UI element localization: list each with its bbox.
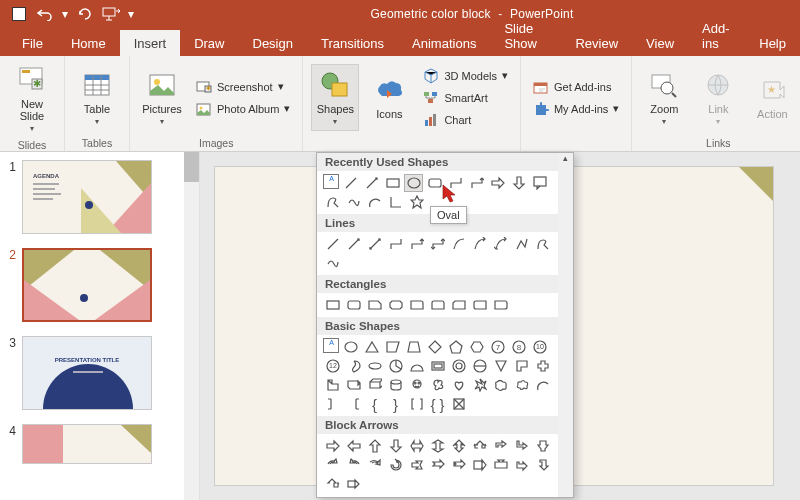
shape-item[interactable] [386,376,405,394]
shape-item[interactable] [407,235,426,253]
shape-item[interactable] [491,456,510,474]
tab-draw[interactable]: Draw [180,30,238,56]
shape-item[interactable] [470,376,489,394]
shape-item[interactable] [323,395,342,413]
shape-item[interactable] [341,338,360,356]
shape-item[interactable] [428,235,447,253]
get-addins-button[interactable]: Get Add-ins [529,77,623,97]
shape-l[interactable] [386,193,405,211]
shape-item[interactable] [407,395,426,413]
my-addins-button[interactable]: My Add-ins ▾ [529,99,623,119]
shape-callout[interactable] [530,174,549,192]
shape-item[interactable] [470,456,489,474]
shape-item[interactable] [407,376,426,394]
tab-insert[interactable]: Insert [120,30,181,56]
shape-item[interactable] [449,357,468,375]
shape-item[interactable] [533,456,552,474]
shape-item[interactable] [446,338,465,356]
shape-item[interactable] [512,376,531,394]
shape-item[interactable] [428,296,447,314]
chart-button[interactable]: Chart [419,110,512,130]
save-button[interactable] [8,3,30,25]
shape-item[interactable] [428,437,447,455]
shape-item[interactable] [407,357,426,375]
shape-item[interactable] [323,456,342,474]
shape-item[interactable] [323,235,342,253]
shape-item[interactable] [344,357,363,375]
shape-item[interactable] [533,357,552,375]
shape-item[interactable] [344,456,363,474]
zoom-button[interactable]: Zoom ▾ [640,65,688,130]
shape-item[interactable] [467,338,486,356]
shape-item[interactable] [491,296,510,314]
tab-help[interactable]: Help [745,30,800,56]
shape-item[interactable] [386,235,405,253]
link-button[interactable]: Link ▾ [694,65,742,130]
shape-item[interactable] [449,437,468,455]
shape-item[interactable] [512,437,531,455]
shape-item[interactable] [365,437,384,455]
shape-item[interactable] [365,235,384,253]
shape-item[interactable] [428,376,447,394]
shape-item[interactable] [425,338,444,356]
shape-scribble[interactable] [344,193,363,211]
shape-item[interactable] [365,357,384,375]
shape-arc[interactable] [365,193,384,211]
thumbnail-row[interactable]: 1 AGENDA [4,160,195,234]
shape-item[interactable] [449,235,468,253]
shape-line-arrow[interactable] [362,174,381,192]
shape-item[interactable] [344,235,363,253]
undo-dropdown[interactable]: ▾ [60,3,70,25]
shape-arrow-right[interactable] [488,174,507,192]
shape-item[interactable] [512,357,531,375]
shape-item[interactable]: { } [428,395,447,413]
shape-freeform[interactable] [323,193,342,211]
tab-view[interactable]: View [632,30,688,56]
3d-models-button[interactable]: 3D Models ▾ [419,66,512,86]
shape-item[interactable] [323,475,342,493]
thumbnail-row[interactable]: 2 [4,248,195,322]
shape-item[interactable] [407,456,426,474]
tab-animations[interactable]: Animations [398,30,490,56]
tab-home[interactable]: Home [57,30,120,56]
shape-item[interactable] [344,395,363,413]
shape-item[interactable] [344,376,363,394]
shape-item[interactable] [449,456,468,474]
shape-item[interactable] [323,376,342,394]
slide-thumbnail-selected[interactable] [22,248,152,322]
shape-item[interactable] [344,296,363,314]
start-slideshow-dropdown[interactable]: ▾ [126,3,136,25]
shape-item[interactable] [386,296,405,314]
shape-item[interactable] [512,235,531,253]
slide-thumbnail[interactable] [22,424,152,464]
shape-item[interactable] [470,296,489,314]
shape-item[interactable]: 7 [488,338,507,356]
shape-item[interactable] [491,357,510,375]
undo-button[interactable] [34,3,56,25]
smartart-button[interactable]: SmartArt [419,88,512,108]
table-button[interactable]: Table ▾ [73,65,121,130]
shape-oval[interactable] [404,174,423,192]
shape-item[interactable] [428,456,447,474]
shape-item[interactable] [533,235,552,253]
shape-textbox[interactable]: A [323,174,339,189]
shape-star[interactable] [407,193,426,211]
shape-item[interactable] [344,437,363,455]
shape-item[interactable] [386,456,405,474]
slide-thumbnail[interactable]: PRESENTATION TITLE [22,336,152,410]
screenshot-button[interactable]: ✦ Screenshot ▾ [192,77,294,97]
shape-item[interactable]: 8 [509,338,528,356]
shape-item[interactable]: A [323,338,339,353]
shape-item[interactable] [323,254,342,272]
shape-item[interactable] [512,456,531,474]
shape-item[interactable] [491,437,510,455]
shapes-button[interactable]: Shapes ▾ [311,64,359,131]
shape-item[interactable] [533,437,552,455]
shape-item[interactable] [449,395,468,413]
tab-slide-show[interactable]: Slide Show [490,15,561,56]
redo-button[interactable] [74,3,96,25]
shape-line[interactable] [341,174,360,192]
action-button[interactable]: ★ Action [748,70,796,124]
new-slide-button[interactable]: ✱ New Slide ▾ [8,60,56,137]
shape-arrow-down[interactable] [509,174,528,192]
